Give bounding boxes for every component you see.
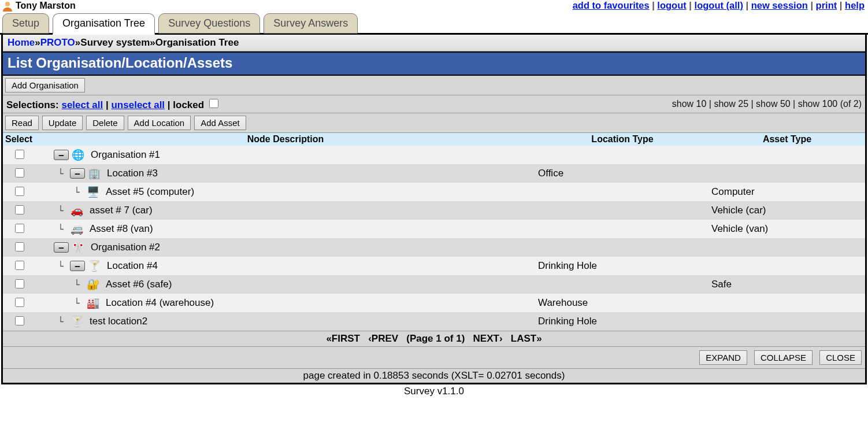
locked-checkbox[interactable] xyxy=(209,99,218,108)
version-label: Survey v1.1.0 xyxy=(0,384,868,401)
tab-bar: Setup Organisation Tree Survey Questions… xyxy=(0,12,868,35)
tree-toggle-button[interactable]: — xyxy=(70,261,85,271)
row-select-checkbox[interactable] xyxy=(15,242,24,251)
table-row: └🚗asset # 7 (car)Vehicle (car) xyxy=(3,201,865,220)
asset-type-cell xyxy=(709,164,865,183)
tree-connector-icon xyxy=(38,149,51,161)
locked-label: locked xyxy=(173,99,204,110)
tree-connector-icon: └ xyxy=(54,316,68,327)
tree-connector-icon xyxy=(38,242,51,253)
pager-page-mid: of xyxy=(442,333,457,344)
asset-type-cell: Vehicle (car) xyxy=(709,201,865,220)
close-button[interactable]: CLOSE xyxy=(819,350,862,365)
delete-button[interactable]: Delete xyxy=(86,116,124,130)
globe-icon: 🌐 xyxy=(71,149,85,161)
computer-icon: 🖥️ xyxy=(86,186,100,198)
node-label[interactable]: Organisation #2 xyxy=(91,242,160,253)
node-label[interactable]: Asset #8 (van) xyxy=(90,223,153,235)
node-label[interactable]: Asset #6 (safe) xyxy=(106,279,172,290)
select-all-link[interactable]: select all xyxy=(61,99,103,110)
breadcrumb: Home»PROTO»Survey system»Organisation Tr… xyxy=(3,35,865,51)
collapse-button[interactable]: COLLAPSE xyxy=(754,350,813,365)
logout-all-link[interactable]: logout (all) xyxy=(695,0,743,10)
location-type-cell: Office xyxy=(536,164,709,183)
location-type-cell xyxy=(536,275,709,294)
tab-survey-questions[interactable]: Survey Questions xyxy=(158,13,260,34)
pager-first[interactable]: «FIRST xyxy=(326,333,360,344)
tree-toggle-button[interactable]: — xyxy=(54,242,69,253)
update-button[interactable]: Update xyxy=(42,116,83,130)
logout-link[interactable]: logout xyxy=(657,0,686,10)
top-links: add to favourites | logout | logout (all… xyxy=(573,0,865,11)
car-icon: 🚗 xyxy=(70,205,84,216)
tree-connector-icon: └ xyxy=(70,186,84,198)
tree-toggle-button[interactable]: — xyxy=(70,168,85,179)
toolbar-primary: Add Organisation xyxy=(3,76,865,95)
new-session-link[interactable]: new session xyxy=(751,0,808,10)
node-label[interactable]: asset # 7 (car) xyxy=(90,205,153,216)
tree-connector-icon: └ xyxy=(54,205,68,216)
pager-last[interactable]: LAST» xyxy=(511,333,542,344)
current-user: Tony Marston xyxy=(2,0,76,12)
row-select-checkbox[interactable] xyxy=(15,168,24,177)
row-select-checkbox[interactable] xyxy=(15,298,24,307)
breadcrumb-org-tree: Organisation Tree xyxy=(155,37,239,48)
selection-controls: Selections: select all | unselect all | … xyxy=(6,97,220,111)
row-select-checkbox[interactable] xyxy=(15,187,24,196)
pager-page-pre: (Page xyxy=(406,333,436,344)
tree-connector-icon: └ xyxy=(54,168,68,179)
tree-connector-icon: └ xyxy=(70,297,84,309)
asset-type-cell: Safe xyxy=(709,275,865,294)
page-title: List Organisation/Location/Assets xyxy=(3,51,865,76)
add-organisation-button[interactable]: Add Organisation xyxy=(5,78,85,92)
row-select-checkbox[interactable] xyxy=(15,261,24,270)
asset-type-cell xyxy=(709,294,865,312)
node-label[interactable]: Location #3 xyxy=(107,168,158,179)
pager-prev[interactable]: ‹PREV xyxy=(368,333,398,344)
col-node-description: Node Description xyxy=(35,133,536,146)
pager-current: 1 xyxy=(436,333,441,344)
breadcrumb-sep: » xyxy=(35,37,40,48)
read-button[interactable]: Read xyxy=(5,116,39,130)
table-row: └—🍸Location #4Drinking Hole xyxy=(3,257,865,275)
row-select-checkbox[interactable] xyxy=(15,205,24,214)
add-location-button[interactable]: Add Location xyxy=(128,116,191,130)
breadcrumb-proto[interactable]: PROTO xyxy=(40,37,75,48)
show-25[interactable]: show 25 xyxy=(714,99,748,109)
expand-button[interactable]: EXPAND xyxy=(699,350,747,365)
breadcrumb-home[interactable]: Home xyxy=(8,37,35,48)
toolbar-actions: Read Update Delete Add Location Add Asse… xyxy=(3,113,865,133)
tab-organisation-tree[interactable]: Organisation Tree xyxy=(53,13,155,35)
pager-page-post: ) xyxy=(462,333,465,344)
table-row: └🚐Asset #8 (van)Vehicle (van) xyxy=(3,220,865,238)
show-10[interactable]: show 10 xyxy=(672,99,707,109)
location-type-cell: Warehouse xyxy=(536,294,709,312)
unselect-all-link[interactable]: unselect all xyxy=(111,99,165,110)
asset-type-cell xyxy=(709,257,865,275)
asset-type-cell xyxy=(709,146,865,164)
show-100[interactable]: show 100 (of 2) xyxy=(798,99,862,109)
table-row: └🏭Location #4 (warehouse)Warehouse xyxy=(3,294,865,312)
row-select-checkbox[interactable] xyxy=(15,316,24,325)
pager-next[interactable]: NEXT› xyxy=(473,333,503,344)
add-asset-button[interactable]: Add Asset xyxy=(194,116,246,130)
node-label[interactable]: Location #4 xyxy=(107,260,158,272)
table-row: └—🏢Location #3Office xyxy=(3,164,865,183)
show-50[interactable]: show 50 xyxy=(756,99,791,109)
node-label[interactable]: Location #4 (warehouse) xyxy=(106,297,214,309)
node-label[interactable]: Asset #5 (computer) xyxy=(106,186,194,198)
node-label[interactable]: Organisation #1 xyxy=(91,149,160,161)
tree-toggle-button[interactable]: — xyxy=(54,150,69,160)
tab-setup[interactable]: Setup xyxy=(2,13,49,34)
favourites-link[interactable]: add to favourites xyxy=(573,0,650,10)
row-select-checkbox[interactable] xyxy=(15,279,24,288)
help-link[interactable]: help xyxy=(845,0,865,10)
print-link[interactable]: print xyxy=(816,0,837,10)
row-select-checkbox[interactable] xyxy=(15,150,24,159)
location-type-cell xyxy=(536,201,709,220)
node-label[interactable]: test location2 xyxy=(90,316,147,327)
col-location-type: Location Type xyxy=(536,133,709,146)
tab-survey-answers[interactable]: Survey Answers xyxy=(264,13,358,34)
row-select-checkbox[interactable] xyxy=(15,224,24,233)
tree-connector-icon: └ xyxy=(70,279,84,290)
